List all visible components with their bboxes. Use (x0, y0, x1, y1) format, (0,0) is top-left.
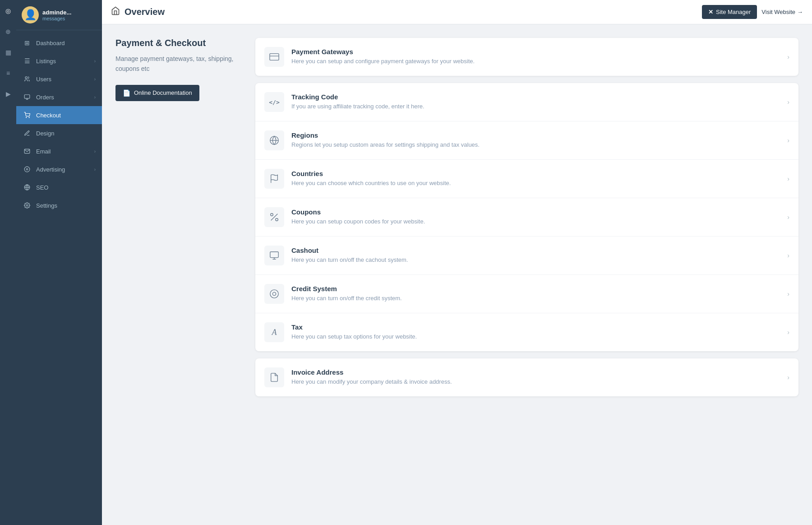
icon-bar-item-2[interactable]: ⊕ (2, 25, 14, 38)
sidebar-label-orders: Orders (36, 94, 94, 101)
regions-title: Regions (291, 131, 783, 139)
home-icon (111, 6, 120, 18)
checkout-icon (23, 111, 32, 120)
countries-desc: Here you can choose which countries to u… (291, 179, 783, 187)
sidebar-item-design[interactable]: Design (16, 124, 102, 142)
tax-text: Tax Here you can setup tax options for y… (291, 323, 783, 341)
coupons-text: Coupons Here you can setup coupon codes … (291, 208, 783, 226)
svg-point-6 (24, 167, 30, 172)
invoice-card: Invoice Address Here you can modify your… (255, 358, 798, 396)
email-arrow-icon: › (94, 149, 96, 154)
coupons-icon (264, 207, 284, 227)
design-icon (23, 129, 32, 138)
countries-title: Countries (291, 170, 783, 177)
documentation-button[interactable]: 📄 Online Documentation (115, 85, 199, 101)
svg-point-17 (276, 218, 278, 221)
tracking-code-icon: </> (264, 92, 284, 112)
payment-gateways-title: Payment Gateways (291, 48, 783, 56)
cashout-desc: Here you can turn on/off the cachout sys… (291, 256, 783, 264)
invoice-address-item[interactable]: Invoice Address Here you can modify your… (255, 358, 798, 396)
invoice-address-title: Invoice Address (291, 368, 783, 376)
tax-title: Tax (291, 323, 783, 331)
svg-point-16 (271, 214, 273, 216)
sidebar-item-settings[interactable]: Settings (16, 196, 102, 214)
icon-bar-item-3[interactable]: ▦ (2, 46, 14, 59)
section-description: Manage payment gateways, tax, shipping, … (115, 54, 242, 74)
regions-item[interactable]: Regions Regions let you setup custom are… (255, 121, 798, 160)
tracking-code-desc: If you are using affiliate tracking code… (291, 102, 783, 111)
coupons-arrow-icon: › (787, 214, 789, 221)
credit-system-title: Credit System (291, 285, 783, 293)
svg-rect-1 (24, 95, 30, 98)
tax-icon: A (264, 322, 284, 342)
coupons-desc: Here you can setup coupon codes for your… (291, 218, 783, 226)
sidebar-item-checkout[interactable]: Checkout (16, 106, 102, 124)
orders-arrow-icon: › (94, 95, 96, 100)
sidebar-label-dashboard: Dashboard (36, 40, 96, 46)
sidebar-nav: ⊞ Dashboard ☰ Listings › Users › Orders … (16, 30, 102, 525)
sidebar-messages[interactable]: messages (42, 16, 97, 21)
svg-point-22 (270, 290, 278, 298)
main-options-card: </> Tracking Code If you are using affil… (255, 83, 798, 351)
seo-icon (23, 183, 32, 192)
invoice-address-desc: Here you can modify your company details… (291, 378, 783, 386)
main-area: Overview ✕ Site Manager Visit Website → … (102, 0, 812, 525)
docs-label: Online Documentation (134, 89, 192, 96)
visit-website-arrow-icon: → (797, 9, 803, 15)
countries-icon (264, 169, 284, 189)
site-manager-button[interactable]: ✕ Site Manager (702, 5, 757, 19)
sidebar-item-users[interactable]: Users › (16, 70, 102, 88)
advertising-icon (23, 165, 32, 174)
payment-gateways-desc: Here you can setup and configure payment… (291, 57, 783, 65)
svg-point-7 (26, 168, 28, 170)
svg-rect-11 (270, 54, 279, 60)
section-title: Payment & Checkout (115, 38, 242, 48)
sidebar-header: 👤 adminde... messages (16, 0, 102, 30)
settings-icon (23, 201, 32, 210)
content-area: Payment & Checkout Manage payment gatewa… (102, 24, 812, 525)
sidebar-item-orders[interactable]: Orders › (16, 88, 102, 106)
icon-bar-item-4[interactable]: ≡ (2, 67, 14, 79)
dashboard-icon: ⊞ (23, 38, 32, 47)
cashout-text: Cashout Here you can turn on/off the cac… (291, 246, 783, 264)
sidebar-item-listings[interactable]: ☰ Listings › (16, 52, 102, 70)
payment-gateways-item[interactable]: Payment Gateways Here you can setup and … (255, 38, 798, 76)
topbar: Overview ✕ Site Manager Visit Website → (102, 0, 812, 24)
icon-bar-item-1[interactable]: ◎ (2, 5, 14, 17)
users-arrow-icon: › (94, 77, 96, 82)
visit-website-button[interactable]: Visit Website → (761, 9, 803, 15)
visit-website-label: Visit Website (761, 9, 795, 15)
countries-arrow-icon: › (787, 175, 789, 182)
sidebar-item-advertising[interactable]: Advertising › (16, 160, 102, 178)
topbar-actions: ✕ Site Manager Visit Website → (702, 5, 803, 19)
sidebar-item-dashboard[interactable]: ⊞ Dashboard (16, 34, 102, 52)
sidebar-label-seo: SEO (36, 184, 96, 191)
coupons-item[interactable]: Coupons Here you can setup coupon codes … (255, 198, 798, 237)
credit-system-text: Credit System Here you can turn on/off t… (291, 285, 783, 302)
doc-icon: 📄 (123, 89, 130, 97)
sidebar-label-email: Email (36, 148, 94, 155)
cashout-item[interactable]: Cashout Here you can turn on/off the cac… (255, 237, 798, 275)
right-panel: Payment Gateways Here you can setup and … (255, 38, 798, 511)
tracking-code-item[interactable]: </> Tracking Code If you are using affil… (255, 83, 798, 121)
site-manager-label: Site Manager (716, 9, 751, 15)
countries-item[interactable]: Countries Here you can choose which coun… (255, 160, 798, 198)
icon-bar-item-5[interactable]: ▶ (2, 88, 14, 100)
payment-gateways-card: Payment Gateways Here you can setup and … (255, 38, 798, 76)
left-panel: Payment & Checkout Manage payment gatewa… (115, 38, 242, 511)
sidebar-item-seo[interactable]: SEO (16, 178, 102, 196)
payment-gateways-text: Payment Gateways Here you can setup and … (291, 48, 783, 65)
coupons-title: Coupons (291, 208, 783, 216)
sidebar-label-listings: Listings (36, 58, 94, 65)
sidebar-item-email[interactable]: Email › (16, 142, 102, 160)
cashout-title: Cashout (291, 246, 783, 254)
sidebar-label-advertising: Advertising (36, 166, 94, 173)
countries-text: Countries Here you can choose which coun… (291, 170, 783, 187)
sidebar-user-info: adminde... messages (42, 9, 97, 21)
credit-system-item[interactable]: Credit System Here you can turn on/off t… (255, 275, 798, 313)
invoice-address-arrow-icon: › (787, 374, 789, 381)
credit-system-desc: Here you can turn on/off the credit syst… (291, 294, 783, 302)
sidebar-username: adminde... (42, 9, 97, 16)
tax-item[interactable]: A Tax Here you can setup tax options for… (255, 313, 798, 351)
svg-line-18 (271, 214, 278, 221)
